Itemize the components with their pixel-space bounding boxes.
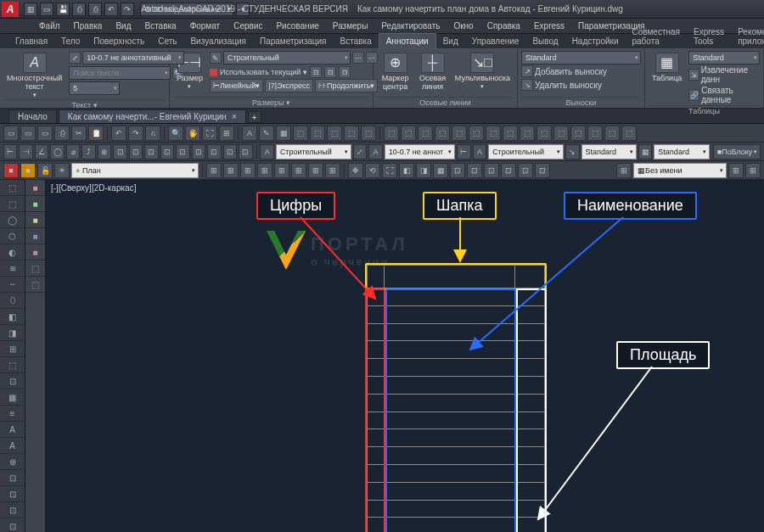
app-logo[interactable]: A [2,2,19,17]
tab-view[interactable]: Вид [436,34,465,48]
tb-icon[interactable]: ⊡ [223,144,237,160]
tb-icon[interactable]: ⊣ [19,144,32,160]
tb-icon[interactable]: ⬚ [469,126,484,141]
tb-icon[interactable]: ⊢ [3,144,17,160]
textstyle-tb-combo[interactable]: 10-0.7 не аннот [385,144,455,160]
pal-icon[interactable]: ⊡ [0,373,25,389]
tab-output[interactable]: Вывод [525,34,565,48]
tb-icon[interactable]: ⬚ [361,126,376,141]
tb-icon[interactable]: ▦ [276,126,291,141]
tb-icon[interactable]: ⊞ [257,163,272,178]
tb-icon[interactable]: ⊞ [325,163,340,178]
close-tab-icon[interactable]: × [232,112,237,121]
dim-misc1-icon[interactable]: ⋯ [352,52,364,64]
panel-leaders-title[interactable]: Выноски [521,97,641,108]
text-style-combo[interactable]: 10-0.7 не аннотативный [82,51,183,64]
tb-icon[interactable]: ⤢ [353,144,367,160]
tb-icon[interactable]: ⎙ [54,126,70,141]
tb-icon[interactable]: ⊡ [129,144,143,160]
tab-visualize[interactable]: Визуализация [183,34,252,48]
pal-icon[interactable]: ◨ [0,325,25,341]
std1-tb-combo[interactable]: Standard [581,144,637,160]
pal-icon[interactable]: ◯ [0,212,25,228]
mtext-button[interactable]: A Многострочный текст ▾ [3,51,65,99]
tb-icon[interactable]: ⎌ [145,126,160,141]
tb-icon[interactable]: ⛶ [382,163,397,178]
tab-surface[interactable]: Поверхность [87,34,151,48]
centerline-button[interactable]: ┼ Осевая линия [415,51,450,93]
menu-tools[interactable]: Сервис [227,20,269,32]
tb-icon[interactable]: A [242,126,257,141]
pal-icon[interactable]: ⊞ [0,341,25,357]
menu-format[interactable]: Формат [183,20,228,32]
tb-icon[interactable]: ⬚ [344,126,359,141]
tb-icon[interactable]: ▦ [433,163,448,178]
viewport-label[interactable]: [-][Сверху][2D-каркас] [51,183,136,193]
tb-icon[interactable]: 📋 [88,126,104,141]
new-tab-button[interactable]: + [248,111,261,123]
remove-leader-button[interactable]: ↘ Удалить выноску [521,79,641,91]
menu-file[interactable]: Файл [32,20,67,32]
tb-icon[interactable]: ⊞ [308,163,323,178]
tb-icon[interactable]: ⬚ [452,126,467,141]
pal-icon[interactable]: ⊡ [0,470,25,486]
byblock-combo[interactable]: ■ ПоБлоку [713,144,761,160]
tb-icon[interactable]: ↘ [565,144,579,160]
tb-icon[interactable]: ◧ [399,163,414,178]
tb-icon[interactable]: ⊕ [98,144,111,160]
add-leader-button[interactable]: ↗ Добавить выноску [521,65,641,77]
tb-icon[interactable]: ⬚ [587,126,603,141]
qat-save-icon[interactable]: 💾 [56,3,70,16]
tb-icon[interactable]: 🔓 [37,163,53,178]
tb-icon[interactable]: ⊡ [450,163,465,178]
tab-collab[interactable]: Совместная работа [626,25,688,48]
leader-style-combo[interactable]: Standard [521,51,641,64]
tb-icon[interactable]: ⬚ [418,126,433,141]
tb-icon[interactable]: ⊡ [484,163,499,178]
pal-icon[interactable]: ≡ [0,406,25,422]
tb-icon[interactable]: ■ [20,163,36,178]
tb-icon[interactable]: ⊞ [291,163,306,178]
dim-opt3-icon[interactable]: ⊡ [339,66,351,78]
tb-icon[interactable]: ⊞ [728,163,744,178]
tb-icon[interactable]: A [473,144,486,160]
pal-icon[interactable]: ■ [25,196,45,212]
pal-icon[interactable]: ■ [25,244,45,260]
tb-icon[interactable]: ⬚ [536,126,552,141]
tb-icon[interactable]: ⊡ [113,144,126,160]
tb-icon[interactable]: ⬚ [293,126,308,141]
tb-icon[interactable]: ⊡ [239,144,252,160]
tb-icon[interactable]: ⬚ [604,126,620,141]
tab-featured[interactable]: Рекомендованные приложения [731,25,764,48]
tb-icon[interactable]: ⊞ [616,163,632,178]
table-style-combo[interactable]: Standard [688,51,760,64]
tb-icon[interactable]: ⛶ [202,126,217,141]
menu-view[interactable]: Вид [109,20,138,32]
tb-icon[interactable]: ⬚ [621,126,637,141]
tb-icon[interactable]: ⊡ [518,163,533,178]
menu-help[interactable]: Справка [480,20,527,32]
use-current-row[interactable]: Использовать текущий ▾ ⊡ ⊡ ⊡ [210,66,378,78]
pal-icon[interactable]: ⊕ [0,454,25,470]
tb-icon[interactable]: ⟲ [365,163,380,178]
menu-window[interactable]: Окно [447,20,480,32]
tb-icon[interactable]: ⬚ [384,126,399,141]
pal-icon[interactable]: ⬯ [0,293,25,309]
pal-icon[interactable]: ⬚ [0,196,25,212]
tb-icon[interactable]: ⊞ [219,126,234,141]
pal-icon[interactable]: ◧ [0,309,25,325]
menu-draw[interactable]: Рисование [269,20,325,32]
tb-icon[interactable]: ⊞ [223,163,239,178]
dim-linear-button[interactable]: ⊢ Линейный ▾ [210,79,263,92]
dim-continue-button[interactable]: ⊦⊦ Продолжить ▾ [315,79,378,92]
pal-icon[interactable]: ▦ [0,389,25,406]
tb-icon[interactable]: ▭ [3,126,19,141]
menu-insert[interactable]: Вставка [138,20,183,32]
tb-icon[interactable]: ↷ [128,126,143,141]
tb-icon[interactable]: ▭ [20,126,36,141]
tab-solid[interactable]: Тело [54,34,87,48]
pal-icon[interactable]: ⊡ [0,518,25,532]
tb-icon[interactable]: ↶ [111,126,126,141]
text-height-combo[interactable]: 5 [69,81,120,95]
pal-icon[interactable]: ⊡ [0,486,25,502]
